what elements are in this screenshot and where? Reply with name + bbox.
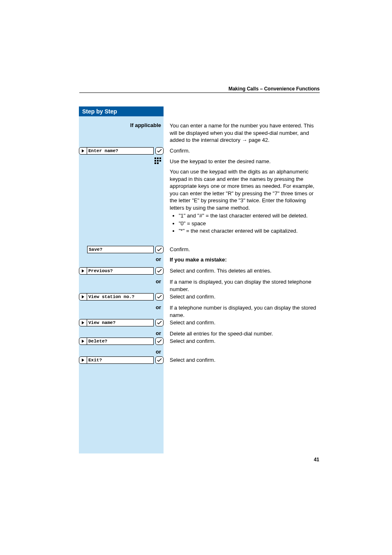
bullet-2: "0" = space	[179, 220, 320, 227]
svg-marker-13	[82, 358, 84, 362]
display-save: Save?	[79, 245, 164, 254]
or-label-5: or	[79, 349, 164, 355]
bullet-list: "1" and "#" = the last character entered…	[170, 212, 320, 235]
svg-rect-5	[157, 160, 159, 162]
confirm-check-icon	[155, 293, 164, 301]
confirm-check-icon	[155, 356, 164, 364]
select-confirm-4: Select and confirm.	[170, 356, 320, 364]
select-confirm-deletes: Select and confirm. This deletes all ent…	[170, 267, 320, 275]
display-text-exit: Exit?	[87, 356, 154, 364]
mistake-heading: If you make a mistake:	[170, 256, 320, 264]
arrow-right-icon	[79, 147, 87, 155]
or-label-1: or	[79, 256, 164, 262]
display-enter-name: Enter name?	[79, 147, 164, 155]
confirm-check-icon	[155, 267, 164, 275]
intro-paragraph: You can enter a name for the number you …	[170, 122, 320, 144]
svg-marker-0	[82, 149, 84, 153]
delete-all-text: Delete all entries for the speed-dial nu…	[170, 330, 320, 338]
svg-marker-12	[82, 340, 84, 343]
svg-rect-7	[154, 162, 156, 164]
bullet-3: "*" = the next character entered will be…	[179, 227, 320, 235]
display-view-name: View name?	[79, 319, 164, 327]
use-keypad-text: Use the keypad to enter the desired name…	[170, 158, 320, 165]
svg-rect-6	[159, 160, 161, 162]
confirm-text-1: Confirm.	[170, 147, 320, 155]
display-delete: Delete?	[79, 337, 164, 345]
select-confirm-2: Select and confirm.	[170, 319, 320, 326]
display-text-enter-name: Enter name?	[87, 147, 154, 155]
svg-marker-10	[82, 295, 84, 298]
confirm-check-icon	[155, 147, 164, 155]
header-rule	[79, 92, 320, 93]
alphanumeric-paragraph: You can use the keypad with the digits a…	[170, 168, 320, 211]
bullet-1: "1" and "#" = the last character entered…	[179, 212, 320, 220]
svg-rect-2	[157, 157, 159, 159]
svg-marker-9	[82, 269, 84, 273]
display-text-save: Save?	[87, 246, 154, 253]
display-text-previous: Previous?	[87, 267, 154, 275]
or-label-2: or	[79, 278, 164, 284]
svg-rect-8	[157, 162, 159, 164]
confirm-text-2: Confirm.	[170, 246, 320, 253]
if-applicable-label: If applicable	[79, 122, 164, 128]
arrow-right-icon	[79, 319, 87, 326]
arrow-right-icon	[79, 267, 87, 275]
arrow-right-icon	[79, 356, 87, 364]
svg-rect-4	[154, 160, 156, 162]
display-previous: Previous?	[79, 267, 164, 275]
confirm-check-icon	[155, 246, 164, 253]
display-exit: Exit?	[79, 356, 164, 364]
tel-displayed-text: If a telephone number is displayed, you …	[170, 304, 320, 319]
confirm-check-icon	[155, 319, 164, 326]
display-view-station: View station no.?	[79, 293, 164, 301]
name-displayed-text: If a name is displayed, you can display …	[170, 278, 320, 293]
svg-rect-3	[159, 157, 161, 159]
confirm-check-icon	[155, 338, 164, 345]
running-header: Making Calls – Convenience Functions	[79, 86, 320, 92]
select-confirm-1: Select and confirm.	[170, 293, 320, 301]
svg-rect-1	[154, 157, 156, 159]
page-number: 41	[314, 457, 319, 462]
display-text-view-name: View name?	[87, 319, 154, 326]
sidebar-background	[79, 116, 164, 453]
display-text-view-station: View station no.?	[87, 293, 154, 301]
or-label-3: or	[79, 304, 164, 310]
display-text-delete: Delete?	[87, 338, 154, 345]
keypad-icon	[154, 157, 161, 166]
or-label-4: or	[79, 330, 164, 336]
arrow-right-icon	[79, 338, 87, 345]
arrow-right-icon	[79, 293, 87, 301]
select-confirm-3: Select and confirm.	[170, 338, 320, 345]
sidebar-title: Step by Step	[79, 106, 164, 116]
svg-marker-11	[82, 321, 84, 324]
